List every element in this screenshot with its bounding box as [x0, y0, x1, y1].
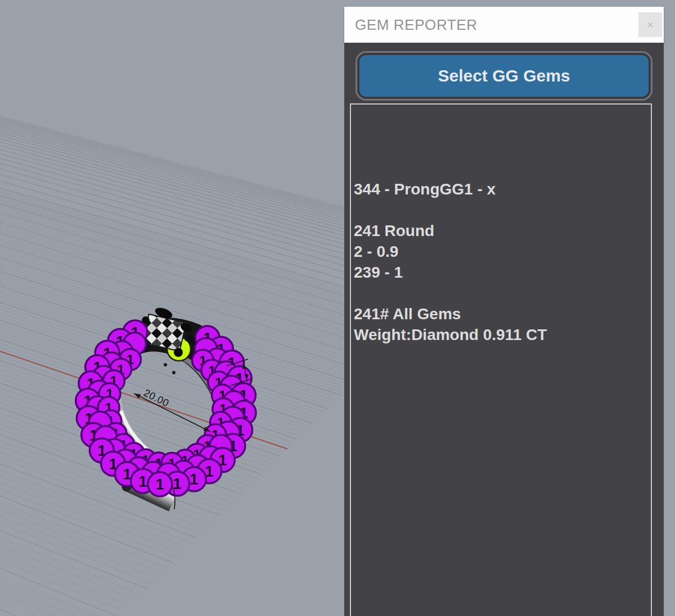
gem-reporter-panel: GEM REPORTER × Select GG Gems 344 - Pron…	[344, 7, 664, 616]
svg-text:1: 1	[156, 476, 164, 493]
panel-title: GEM REPORTER	[355, 16, 478, 34]
report-box: 344 - ProngGG1 - x 241 Round 2 - 0.9 239…	[350, 103, 652, 616]
app-window: 1111111111111111111111111111111111111111…	[0, 0, 675, 616]
panel-body: Select GG Gems 344 - ProngGG1 - x 241 Ro…	[344, 43, 664, 616]
close-button[interactable]: ×	[638, 12, 662, 37]
svg-text:1: 1	[190, 471, 198, 488]
select-gg-gems-button[interactable]: Select GG Gems	[357, 53, 651, 99]
svg-text:1: 1	[139, 473, 147, 490]
report-line: 344 - ProngGG1 - x	[351, 179, 651, 200]
report-line: 239 - 1	[351, 262, 651, 283]
report-line	[351, 200, 651, 220]
report-line: 241 Round	[351, 220, 651, 241]
svg-text:1: 1	[173, 475, 182, 492]
close-icon: ×	[647, 19, 654, 31]
report-line: 241# All Gems	[351, 304, 651, 324]
diameter-dimension	[134, 393, 210, 432]
report-line	[351, 283, 651, 304]
ring-model: 1111111111111111111111111111111111111111…	[76, 306, 256, 511]
report-line: 2 - 0.9	[351, 241, 651, 262]
panel-titlebar[interactable]: GEM REPORTER ×	[344, 7, 664, 43]
report-line: Weight:Diamond 0.911 CT	[351, 324, 651, 345]
